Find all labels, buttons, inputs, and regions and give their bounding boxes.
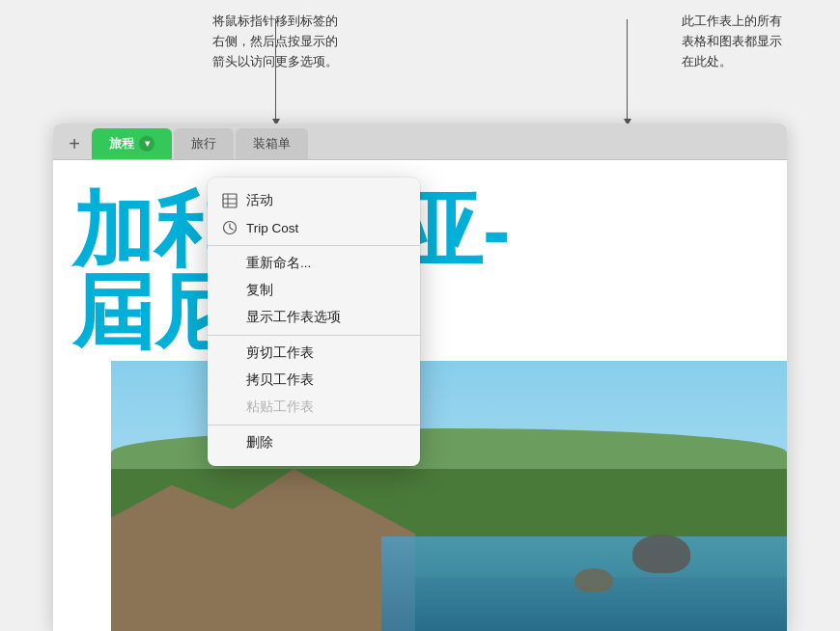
menu-item-rename-label: 重新命名... (246, 255, 311, 272)
menu-item-paste-label: 粘贴工作表 (246, 398, 314, 416)
context-menu-section-manage: 重新命名... 复制 显示工作表选项 (208, 246, 420, 336)
menu-item-activity-label: 活动 (246, 192, 273, 209)
menu-item-cut-sheet[interactable]: 剪切工作表 (208, 340, 420, 367)
paste-icon (221, 398, 238, 416)
add-sheet-button[interactable]: + (61, 130, 88, 157)
menu-item-cut-label: 剪切工作表 (246, 344, 314, 362)
cut-icon (221, 344, 238, 362)
annotation-line-right (627, 19, 628, 125)
menu-item-copy-label: 拷贝工作表 (246, 371, 314, 389)
menu-item-trip-cost-label: Trip Cost (246, 221, 298, 235)
clock-icon (221, 219, 238, 236)
context-menu-section-delete: 删除 (208, 425, 420, 460)
rename-icon (221, 255, 238, 272)
annotation-area: 将鼠标指针移到标签的 右侧，然后点按显示的 箭头以访问更多选项。 此工作表上的所… (0, 0, 840, 125)
menu-item-activity[interactable]: 活动 (208, 187, 420, 214)
tab-packing[interactable]: 装箱单 (236, 128, 308, 159)
tab-packing-label: 装箱单 (253, 135, 291, 152)
content-area: 加利福尼亚-屆尼亚 (53, 160, 787, 631)
menu-item-delete[interactable]: 删除 (208, 429, 420, 456)
tab-trip[interactable]: 旅程 ▾ (92, 128, 172, 159)
menu-item-sheet-options[interactable]: 显示工作表选项 (208, 304, 420, 331)
svg-rect-0 (223, 194, 237, 207)
context-menu-section-sheets: 活动 Trip Cost (208, 183, 420, 246)
tab-trip-label: 旅程 (109, 135, 134, 152)
table-icon (221, 192, 238, 209)
context-menu: 活动 Trip Cost 重新命名... (208, 178, 420, 466)
main-window: + 旅程 ▾ 旅行 装箱单 加利福尼亚-屆尼亚 (53, 123, 787, 631)
menu-item-trip-cost[interactable]: Trip Cost (208, 214, 420, 241)
annotation-right: 此工作表上的所有 表格和图表都显示 在此处。 (682, 12, 782, 71)
menu-item-copy-sheet[interactable]: 拷贝工作表 (208, 367, 420, 394)
menu-item-sheet-options-label: 显示工作表选项 (246, 309, 341, 326)
tab-travel[interactable]: 旅行 (174, 128, 234, 159)
tab-bar: + 旅程 ▾ 旅行 装箱单 (53, 123, 787, 160)
tab-travel-label: 旅行 (191, 135, 216, 152)
menu-item-rename[interactable]: 重新命名... (208, 250, 420, 277)
options-icon (221, 309, 238, 326)
annotation-line-left (275, 19, 276, 125)
menu-item-delete-label: 删除 (246, 434, 273, 452)
context-menu-section-clipboard: 剪切工作表 拷贝工作表 粘贴工作表 (208, 336, 420, 425)
menu-item-duplicate-label: 复制 (246, 282, 273, 299)
duplicate-icon (221, 282, 238, 299)
delete-icon (221, 434, 238, 452)
tab-dropdown-arrow[interactable]: ▾ (145, 139, 150, 149)
copy-icon (221, 371, 238, 389)
menu-item-paste-sheet: 粘贴工作表 (208, 394, 420, 421)
menu-item-duplicate[interactable]: 复制 (208, 277, 420, 304)
